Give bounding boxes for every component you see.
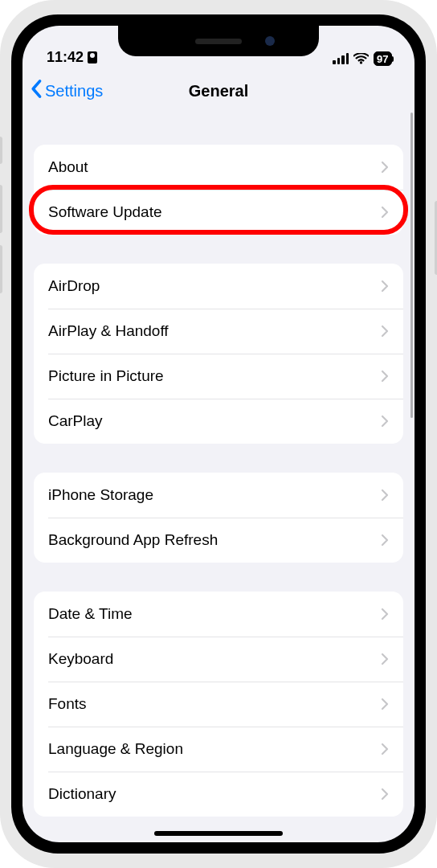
settings-list[interactable]: AboutSoftware UpdateAirDropAirPlay & Han… <box>22 113 415 842</box>
front-camera <box>265 36 275 46</box>
chevron-right-icon <box>381 415 389 428</box>
device-frame: 11:42 97 <box>0 0 437 868</box>
settings-row-background-app-refresh[interactable]: Background App Refresh <box>34 518 403 563</box>
chevron-left-icon <box>31 80 43 103</box>
chevron-right-icon <box>381 280 389 293</box>
settings-row-date-time[interactable]: Date & Time <box>34 592 403 637</box>
chevron-right-icon <box>381 534 389 547</box>
row-label: Background App Refresh <box>48 531 218 549</box>
back-label: Settings <box>45 82 103 100</box>
nav-header: Settings General <box>22 69 415 113</box>
status-left: 11:42 <box>47 49 97 66</box>
chevron-right-icon <box>381 743 389 755</box>
row-label: Software Update <box>48 203 162 221</box>
chevron-right-icon <box>381 653 389 665</box>
notch <box>118 26 319 56</box>
row-label: Keyboard <box>48 650 113 668</box>
status-time: 11:42 <box>47 49 84 66</box>
cellular-signal-icon <box>333 53 349 64</box>
settings-row-iphone-storage[interactable]: iPhone Storage <box>34 473 403 518</box>
status-right: 97 <box>333 51 394 66</box>
battery-indicator: 97 <box>374 51 394 66</box>
row-label: Language & Region <box>48 740 183 758</box>
battery-percent: 97 <box>377 53 388 65</box>
wifi-icon <box>353 53 369 64</box>
row-label: About <box>48 158 88 176</box>
settings-row-fonts[interactable]: Fonts <box>34 682 403 727</box>
row-label: AirPlay & Handoff <box>48 322 169 340</box>
row-label: iPhone Storage <box>48 486 153 504</box>
settings-row-software-update[interactable]: Software Update <box>34 190 403 235</box>
settings-row-airdrop[interactable]: AirDrop <box>34 264 403 309</box>
settings-row-carplay[interactable]: CarPlay <box>34 399 403 444</box>
volume-down-button <box>0 245 2 293</box>
back-button[interactable]: Settings <box>31 80 103 103</box>
row-label: Dictionary <box>48 785 116 803</box>
chevron-right-icon <box>381 608 389 620</box>
settings-row-about[interactable]: About <box>34 145 403 190</box>
settings-row-dictionary[interactable]: Dictionary <box>34 772 403 817</box>
row-label: Date & Time <box>48 605 133 623</box>
row-label: CarPlay <box>48 412 103 430</box>
settings-row-picture-in-picture[interactable]: Picture in Picture <box>34 354 403 399</box>
chevron-right-icon <box>381 788 389 800</box>
scroll-indicator <box>410 113 413 418</box>
speaker-grille <box>195 39 242 44</box>
silence-switch <box>0 137 2 164</box>
page-title: General <box>189 82 248 100</box>
settings-row-airplay-handoff[interactable]: AirPlay & Handoff <box>34 309 403 354</box>
settings-row-language-region[interactable]: Language & Region <box>34 727 403 772</box>
settings-group: iPhone StorageBackground App Refresh <box>34 473 403 563</box>
settings-row-keyboard[interactable]: Keyboard <box>34 637 403 682</box>
chevron-right-icon <box>381 325 389 338</box>
chevron-right-icon <box>381 489 389 502</box>
chevron-right-icon <box>381 161 389 174</box>
sim-icon <box>88 51 97 63</box>
chevron-right-icon <box>381 206 389 219</box>
settings-group: Date & TimeKeyboardFontsLanguage & Regio… <box>34 592 403 817</box>
row-label: Picture in Picture <box>48 367 164 385</box>
device-bezel: 11:42 97 <box>11 14 426 854</box>
row-label: Fonts <box>48 695 87 713</box>
screen: 11:42 97 <box>22 26 415 842</box>
settings-group: AboutSoftware Update <box>34 145 403 235</box>
chevron-right-icon <box>381 698 389 710</box>
row-label: AirDrop <box>48 277 100 295</box>
settings-group: AirDropAirPlay & HandoffPicture in Pictu… <box>34 264 403 444</box>
chevron-right-icon <box>381 370 389 383</box>
home-indicator[interactable] <box>154 831 283 836</box>
volume-up-button <box>0 185 2 233</box>
